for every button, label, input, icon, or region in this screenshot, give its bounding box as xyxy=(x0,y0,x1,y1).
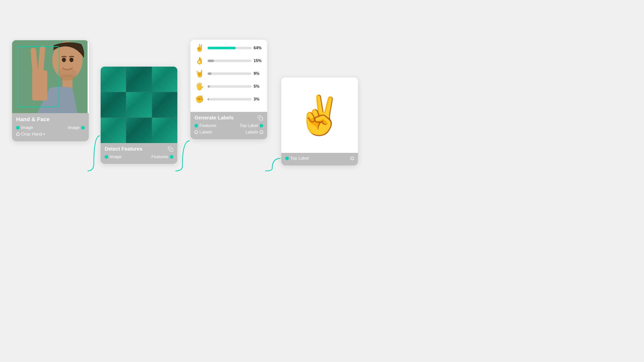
detect-features-title-row: Detect Features xyxy=(105,146,173,152)
detect-features-card: Detect Features Image Features xyxy=(101,67,177,164)
labels-features-port-row: Features Top Label xyxy=(194,123,263,128)
grid-cell-5 xyxy=(152,92,177,117)
bar-container-3: 5% xyxy=(208,84,263,89)
generate-labels-title: Generate Labels xyxy=(194,115,234,121)
hand-face-crop-left-port: Crop Hand ▾ xyxy=(16,132,45,137)
bar-container-2: 9% xyxy=(208,71,263,76)
detect-features-port-row: Image Features xyxy=(105,154,173,159)
detect-image-left-port: Image xyxy=(105,154,122,159)
grid-cell-1 xyxy=(126,67,151,92)
bar-pct-4: 3% xyxy=(254,97,263,102)
grid-cell-3 xyxy=(101,92,126,117)
bar-fill-4 xyxy=(208,98,209,101)
emoji-fist: ✊ xyxy=(194,95,205,103)
bar-track-3 xyxy=(208,85,252,88)
bar-pct-3: 5% xyxy=(254,84,263,89)
labels-labels-right-dot xyxy=(260,130,263,134)
label-row-3: 🖐️ 5% xyxy=(194,82,263,90)
bar-fill-3 xyxy=(208,85,210,88)
detect-features-right-port: Features xyxy=(151,154,173,159)
label-row-2: 🤘 9% xyxy=(194,69,263,78)
grid-cell-4 xyxy=(126,92,151,117)
labels-labels-right-port: Labels xyxy=(246,130,263,135)
hand-face-title: Hand & Face xyxy=(16,116,85,123)
grid-cell-8 xyxy=(152,118,177,143)
svg-point-7 xyxy=(62,58,66,62)
labels-labels-left-dot xyxy=(194,130,198,134)
label-row-0: ✌️ 64% xyxy=(194,44,263,52)
crop-left-dot xyxy=(16,132,20,136)
emoji-horns: 🤘 xyxy=(194,69,205,78)
hand-face-image-port-row: Image Image xyxy=(16,125,85,130)
bar-track-0 xyxy=(208,47,252,49)
grid-cell-6 xyxy=(101,118,126,143)
label-row-4: ✊ 3% xyxy=(194,95,263,103)
feature-grid xyxy=(101,67,177,143)
labels-features-dot xyxy=(194,124,198,127)
labels-features-left-port: Features xyxy=(194,123,216,128)
chevron-down-icon: ▾ xyxy=(43,132,45,136)
crop-dropdown[interactable]: Hand ▾ xyxy=(32,132,45,137)
bar-pct-2: 9% xyxy=(254,71,263,76)
emoji-raised-hand: 🖐️ xyxy=(194,82,205,90)
top-label-dot xyxy=(285,157,289,160)
copy-icon-labels xyxy=(258,115,263,121)
bar-track-2 xyxy=(208,72,252,75)
hand-face-image xyxy=(12,40,88,113)
svg-rect-11 xyxy=(170,148,173,151)
top-label-port-row: Top Label xyxy=(285,156,354,161)
hand-face-image-left-port: Image xyxy=(16,125,33,130)
bar-container-4: 3% xyxy=(208,97,263,102)
labels-top-right-port: Top Label xyxy=(239,123,263,128)
label-row-1: 👌 15% xyxy=(194,57,263,65)
svg-rect-12 xyxy=(260,117,263,120)
bar-fill-2 xyxy=(208,72,212,75)
labels-labels-left-port: Labels xyxy=(194,130,212,135)
emoji-victory: ✌️ xyxy=(194,44,205,52)
grid-cell-2 xyxy=(152,67,177,92)
bar-fill-1 xyxy=(208,60,214,62)
top-label-right-dot xyxy=(350,157,354,160)
hand-face-crop-port-row: Crop Hand ▾ xyxy=(16,132,85,137)
top-label-card: ✌️ Top Label xyxy=(281,77,358,165)
top-label-text: Top Label xyxy=(290,156,309,161)
svg-point-8 xyxy=(69,58,73,62)
bar-track-1 xyxy=(208,60,252,62)
top-label-right-port xyxy=(350,157,354,160)
hand-face-image-right-port: Image xyxy=(68,125,85,130)
grid-cell-0 xyxy=(101,67,126,92)
svg-point-9 xyxy=(58,68,77,77)
detect-features-footer: Detect Features Image Features xyxy=(101,143,177,164)
svg-rect-3 xyxy=(32,70,47,101)
victory-emoji: ✌️ xyxy=(296,96,343,134)
emoji-ok: 👌 xyxy=(194,57,205,65)
detect-features-dot xyxy=(170,155,173,159)
hand-face-card: Hand & Face Image Image Crop Hand xyxy=(12,40,89,141)
bar-pct-1: 15% xyxy=(254,59,263,63)
hand-face-footer: Hand & Face Image Image Crop Hand xyxy=(12,113,89,141)
labels-labels-port-row: Labels Labels xyxy=(194,130,263,135)
bar-container-1: 15% xyxy=(208,59,263,63)
grid-cell-7 xyxy=(126,118,151,143)
detect-image-dot xyxy=(105,155,108,159)
detect-features-title: Detect Features xyxy=(105,146,142,152)
image-left-dot xyxy=(16,126,20,129)
bar-fill-0 xyxy=(208,47,236,49)
labels-content: ✌️ 64% 👌 15% 🤘 xyxy=(190,40,267,112)
bar-container-0: 64% xyxy=(208,46,263,50)
top-label-content: ✌️ xyxy=(281,77,358,153)
image-right-dot xyxy=(81,126,85,129)
generate-labels-card: ✌️ 64% 👌 15% 🤘 xyxy=(190,40,267,139)
generate-labels-title-row: Generate Labels xyxy=(194,115,263,121)
generate-labels-footer: Generate Labels Features Top Label xyxy=(190,112,267,139)
top-label-footer: Top Label xyxy=(281,153,358,165)
top-label-left-port: Top Label xyxy=(285,156,309,161)
labels-top-dot xyxy=(260,124,263,127)
bar-pct-0: 64% xyxy=(254,46,263,50)
copy-icon xyxy=(168,146,173,152)
bar-track-4 xyxy=(208,98,252,101)
hand-face-photo xyxy=(12,40,88,113)
